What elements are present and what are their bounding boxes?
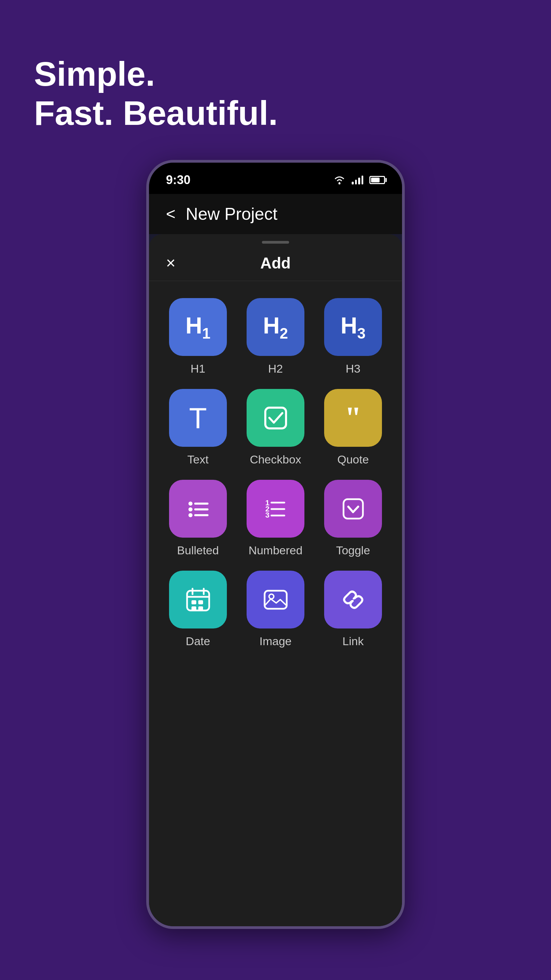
svg-rect-22 — [198, 606, 203, 611]
toggle-icon — [324, 480, 382, 538]
svg-rect-19 — [192, 600, 196, 605]
items-grid: H1 H1 H2 H2 H3 H3 T — [149, 281, 402, 665]
back-button[interactable]: < — [166, 206, 176, 222]
toggle-label: Toggle — [336, 544, 370, 557]
text-icon: T — [169, 389, 227, 447]
hero-section: Simple. Fast. Beautiful. — [0, 0, 278, 160]
svg-rect-21 — [192, 606, 196, 611]
image-label: Image — [259, 635, 292, 648]
grid-item-date[interactable]: Date — [166, 571, 230, 648]
phone-mockup: 9:30 < New Project — [146, 160, 405, 929]
svg-point-24 — [269, 594, 274, 599]
grid-item-bulleted[interactable]: Bulleted — [166, 480, 230, 557]
status-icons — [333, 175, 385, 185]
page-title: New Project — [186, 204, 278, 224]
grid-item-quote[interactable]: " Quote — [321, 389, 385, 466]
quote-label: Quote — [337, 453, 369, 466]
battery-icon — [369, 176, 385, 184]
h2-label: H2 — [268, 362, 283, 375]
h3-label: H3 — [346, 362, 360, 375]
bulleted-icon — [169, 480, 227, 538]
svg-point-2 — [189, 501, 192, 506]
checkbox-icon — [246, 389, 305, 447]
date-icon — [169, 571, 227, 628]
sheet-title: Add — [260, 254, 291, 272]
sheet-handle — [262, 241, 289, 243]
svg-text:3: 3 — [265, 511, 269, 519]
h3-icon: H3 — [324, 298, 382, 356]
grid-item-toggle[interactable]: Toggle — [321, 480, 385, 557]
grid-item-h2[interactable]: H2 H2 — [243, 298, 308, 375]
grid-item-h1[interactable]: H1 H1 — [166, 298, 230, 375]
svg-point-4 — [189, 508, 192, 511]
grid-item-text[interactable]: T Text — [166, 389, 230, 466]
svg-rect-15 — [187, 591, 209, 611]
link-icon — [324, 571, 382, 628]
date-label: Date — [186, 635, 210, 648]
svg-rect-20 — [198, 600, 203, 605]
image-icon — [246, 571, 305, 628]
sheet-header: × Add — [149, 243, 402, 281]
text-label: Text — [187, 453, 208, 466]
h2-icon: H2 — [246, 298, 305, 356]
hero-title: Simple. Fast. Beautiful. — [34, 54, 278, 133]
status-bar: 9:30 — [149, 163, 402, 194]
checkbox-label: Checkbox — [250, 453, 301, 466]
grid-item-h3[interactable]: H3 H3 — [321, 298, 385, 375]
svg-point-6 — [189, 513, 192, 517]
svg-rect-14 — [343, 499, 363, 519]
h1-icon: H1 — [169, 298, 227, 356]
close-button[interactable]: × — [166, 255, 176, 271]
wifi-icon — [333, 175, 346, 185]
status-time: 9:30 — [166, 173, 191, 187]
numbered-label: Numbered — [249, 544, 303, 557]
bulleted-label: Bulleted — [177, 544, 219, 557]
grid-item-link[interactable]: Link — [321, 571, 385, 648]
svg-rect-23 — [265, 591, 287, 609]
grid-item-checkbox[interactable]: Checkbox — [243, 389, 308, 466]
grid-item-numbered[interactable]: 1 2 3 Numbered — [243, 480, 308, 557]
numbered-icon: 1 2 3 — [246, 480, 305, 538]
h1-label: H1 — [191, 362, 205, 375]
svg-point-0 — [338, 182, 340, 185]
grid-item-image[interactable]: Image — [243, 571, 308, 648]
bottom-sheet: × Add H1 H1 H2 H2 H3 — [149, 234, 402, 926]
link-label: Link — [343, 635, 364, 648]
signal-icon — [352, 176, 363, 185]
quote-icon: " — [324, 389, 382, 447]
app-header: < New Project — [149, 194, 402, 234]
